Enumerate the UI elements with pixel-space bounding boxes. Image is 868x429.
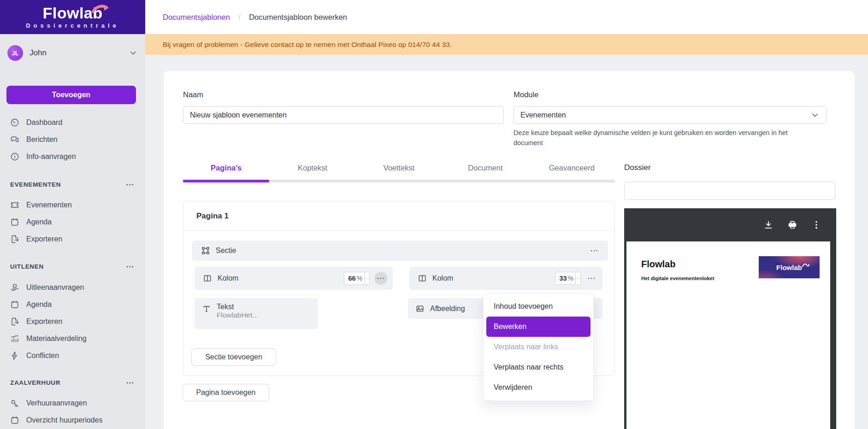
text-icon [202,304,211,313]
menu-item-verplaats-rechts[interactable]: Verplaats naar rechts [486,357,590,377]
column-width-input[interactable]: 66% [344,272,370,285]
column-width-input[interactable]: 33% [555,272,581,285]
chart-icon [10,334,19,343]
pagina-toevoegen-button[interactable]: Pagina toevoegen [183,384,269,401]
sidebar-item-exporteren-uit[interactable]: Exporteren [0,313,145,330]
doc-subtitle: Het digitale evenementenloket [641,276,714,281]
block-label: Afbeelding [430,305,465,313]
download-icon[interactable] [763,220,774,230]
sidebar-item-label: Agenda [26,218,52,226]
menu-item-verwijderen[interactable]: Verwijderen [486,377,590,398]
stepper-icon[interactable] [364,272,369,284]
column-menu-button[interactable]: ⋯ [587,274,596,282]
column-bar-1[interactable]: Kolom 66% ⋯ [195,267,393,290]
column-bar-2[interactable]: Kolom 33% ⋯ [409,267,602,290]
page-title: Pagina 1 [183,201,614,231]
section-title: UITLENEN [10,263,44,270]
nav-evenementen: Evenementen Agenda Exporteren [0,196,145,247]
preview-page: Flowlab Het digitale evenementenloket Fl… [626,241,830,429]
sidebar-item-agenda-uit[interactable]: Agenda [0,296,145,313]
user-name: John [30,48,129,58]
sidebar-item-dashboard[interactable]: Dashboard [0,114,145,131]
avatar: JL [7,45,23,61]
preview-toolbar [624,208,836,241]
naam-input[interactable] [183,106,504,124]
menu-item-bewerken[interactable]: Bewerken [486,317,590,337]
breadcrumb: Documentsjablonen / Documentsjabloon bew… [163,13,347,22]
banner-wave-icon [802,261,809,266]
tab-underline-active [183,180,269,182]
gauge-icon [10,118,19,127]
module-select[interactable]: Evenementen [514,106,827,124]
banner-logo-text: Flowlab [776,264,802,271]
percent-sign: % [357,275,364,282]
block-tekst[interactable]: Tekst FlowlabHet... [195,298,318,329]
sidebar-item-berichten[interactable]: Berichten [0,131,145,148]
user-menu[interactable]: JL John [7,44,138,62]
hand-box-icon [10,283,19,292]
menu-item-verplaats-links[interactable]: Verplaats naar links [486,337,590,357]
brand-subtitle: Dossiercentrale [26,22,119,29]
naam-label: Naam [183,90,203,99]
sidebar-section-zaalverhuur: ZAALVERHUUR ⋯ [0,378,145,388]
export-icon [10,235,19,244]
app: Flowlab Dossiercentrale JL John Toevoege… [0,0,868,429]
toevoegen-button[interactable]: Toevoegen [6,86,136,104]
sidebar-item-materiaalverdeling[interactable]: Materiaalverdeling [0,330,145,347]
stepper-icon[interactable] [575,272,580,284]
sidebar-item-label: Berichten [26,135,58,144]
kebab-icon[interactable] [811,220,821,230]
section-overflow-icon[interactable]: ⋯ [126,378,134,388]
print-icon[interactable] [787,220,797,230]
section-label: Sectie [216,247,236,255]
module-select-value: Evenementen [520,111,566,119]
sidebar-item-uitleenaanvragen[interactable]: Uitleenaanvragen [0,279,145,296]
column-label: Kolom [432,274,453,282]
sidebar-section-evenementen: EVENEMENTEN ⋯ [0,180,145,189]
sectie-toevoegen-button[interactable]: Sectie toevoegen [191,348,276,366]
sidebar-item-label: Uitleenaanvragen [26,283,84,292]
section-bar[interactable]: Sectie ⋯ [192,241,608,261]
topbar: Documentsjablonen / Documentsjabloon bew… [145,0,868,34]
calendar-icon [10,416,19,425]
column-label: Kolom [218,274,238,282]
sidebar-item-label: Overzicht huurperiodes [26,416,102,424]
section-title: EVENEMENTEN [10,181,61,188]
sidebar-item-label: Conflicten [26,352,59,360]
tab-paginas[interactable]: Pagina's [183,159,269,180]
percent-sign: % [568,275,575,282]
sidebar-item-info-aanvragen[interactable]: Info-aanvragen [0,148,145,165]
tab-koptekst[interactable]: Koptekst [269,159,355,180]
section-overflow-icon[interactable]: ⋯ [126,180,134,189]
chat-icon [10,135,19,144]
menu-item-inhoud-toevoegen[interactable]: Inhoud toevoegen [486,296,590,317]
column-menu-button[interactable]: ⋯ [374,272,387,285]
breadcrumb-current: Documentsjabloon bewerken [249,13,347,21]
image-icon [415,304,425,313]
sidebar-item-conflicten[interactable]: Conflicten [0,347,145,364]
key-icon [10,399,19,408]
section-overflow-icon[interactable]: ⋯ [126,262,134,271]
sidebar: Flowlab Dossiercentrale JL John Toevoege… [0,0,145,429]
tab-voettekst[interactable]: Voettekst [356,159,442,180]
sidebar-item-exporteren-ev[interactable]: Exporteren [0,230,145,247]
tab-geavanceerd[interactable]: Geavanceerd [529,159,615,180]
section-title: ZAALVERHUUR [10,379,60,386]
sidebar-item-overzicht-huurperiodes[interactable]: Overzicht huurperiodes [0,411,145,429]
module-label: Module [514,90,538,99]
bolt-icon [10,351,19,360]
section-frame-icon [201,246,210,255]
brand-name: Flowlab [42,5,102,21]
nav-uitlenen: Uitleenaanvragen Agenda Exporteren Mater… [0,279,145,364]
module-help-text: Deze keuze bepaalt welke dynamische veld… [514,128,818,148]
section-menu-button[interactable]: ⋯ [590,247,599,255]
brand-logo[interactable]: Flowlab Dossiercentrale [0,0,145,34]
sidebar-item-verhuuraanvragen[interactable]: Verhuuraanvragen [0,394,145,411]
sidebar-item-evenementen[interactable]: Evenementen [0,196,145,213]
dossier-input[interactable] [624,182,835,200]
doc-title: Flowlab [641,259,675,270]
sidebar-item-agenda-ev[interactable]: Agenda [0,213,145,230]
sidebar-item-label: Dashboard [26,118,62,127]
breadcrumb-link[interactable]: Documentsjablonen [163,13,230,21]
tab-document[interactable]: Document [442,159,528,180]
